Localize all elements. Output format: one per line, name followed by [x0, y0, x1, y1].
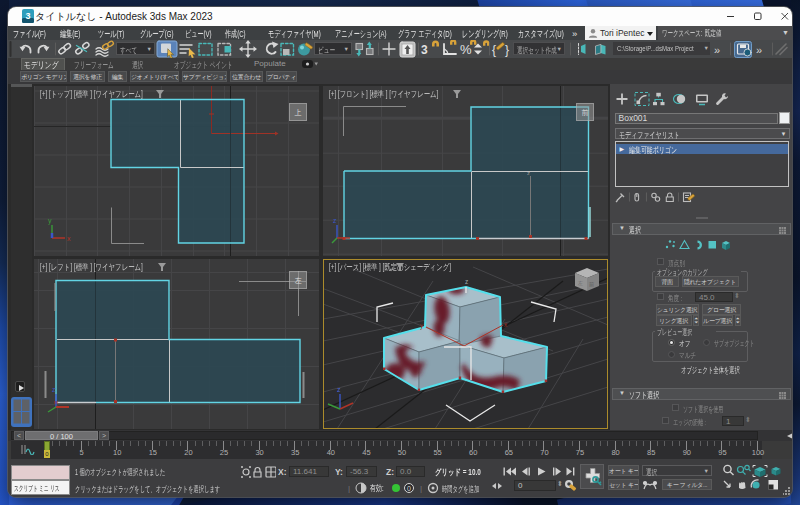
- svg-text:3: 3: [421, 43, 428, 57]
- svg-text:»: »: [756, 44, 762, 56]
- svg-text:z: z: [337, 386, 341, 393]
- svg-text:{: {: [492, 43, 496, 57]
- svg-text:»: »: [714, 44, 720, 56]
- svg-text:左: 左: [578, 280, 583, 286]
- svg-text:z: z: [52, 386, 56, 393]
- svg-text:z: z: [465, 278, 468, 285]
- svg-text:3: 3: [25, 11, 30, 21]
- svg-text:x: x: [67, 235, 71, 242]
- svg-text:}: }: [505, 43, 509, 57]
- svg-text:y: y: [48, 217, 52, 225]
- svg-text:z: z: [527, 170, 530, 176]
- svg-text:前: 前: [589, 281, 594, 287]
- svg-text:z: z: [333, 217, 337, 224]
